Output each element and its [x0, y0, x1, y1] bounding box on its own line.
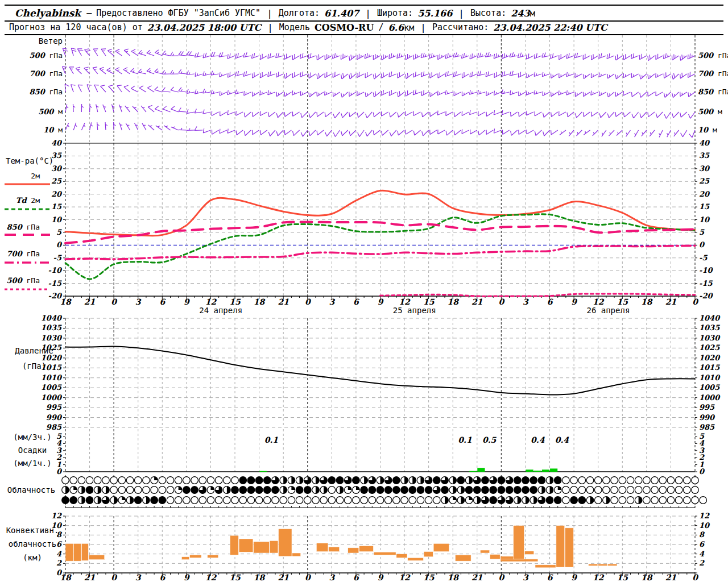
cloud-symbol-fill — [639, 497, 642, 504]
cloud-symbol — [70, 497, 77, 504]
ytick-label-left: 1030 — [41, 334, 63, 342]
cloud-symbol — [611, 497, 618, 504]
ytick-label-right: 35 — [699, 151, 710, 160]
cloud-symbol — [675, 477, 682, 484]
cloud-symbol-fill — [558, 487, 561, 490]
ytick-label-right: 1015 — [699, 363, 720, 372]
wind-level-label-right: 500 гПа — [698, 51, 728, 60]
date-label: 25 апреля — [393, 306, 436, 315]
cloud-symbol — [62, 477, 69, 484]
cloud-symbol-fill — [81, 487, 85, 494]
hour-label: 9 — [378, 573, 384, 582]
hour-label: 18 — [447, 573, 459, 582]
hour-label: 9 — [184, 297, 190, 306]
wind-level-label-left: 500 гПа — [30, 51, 63, 60]
cloud-symbol — [603, 477, 610, 484]
cloud-symbol — [562, 497, 570, 504]
convective-bar — [500, 559, 538, 562]
ytick-label-right: 5 — [699, 228, 705, 236]
ytick-label-right: 1030 — [699, 334, 721, 342]
cloud-symbol — [659, 497, 667, 504]
cloud-symbol-fill — [340, 487, 344, 494]
cloud-symbol-fill — [210, 487, 214, 490]
cloud-symbol-fill — [324, 487, 327, 494]
hour-label: 18 — [254, 573, 266, 582]
cloud-symbol — [393, 477, 400, 484]
precip-bar — [469, 471, 477, 472]
hour-label: 3 — [329, 573, 335, 582]
cloud-symbol — [102, 477, 110, 484]
convective-bar — [348, 548, 359, 553]
cloud-symbol — [651, 487, 659, 494]
convective-bar — [408, 558, 424, 560]
ytick-label-left: 995 — [46, 403, 62, 411]
cloud-symbol — [215, 477, 222, 484]
cloud-symbol — [264, 477, 271, 484]
cloud-symbol — [384, 497, 392, 504]
cloud-symbol — [377, 487, 384, 494]
cloud-symbol — [667, 487, 675, 494]
cloud-symbol — [328, 477, 336, 484]
hour-label: 9 — [184, 573, 190, 582]
ytick-label-left: 1000 — [41, 393, 63, 402]
cloud-symbol — [143, 477, 150, 484]
cloud-symbol-fill — [469, 497, 473, 500]
cloud-symbol-fill — [227, 487, 230, 494]
hour-label: 21 — [278, 573, 289, 582]
cloud-symbol — [409, 487, 416, 494]
cloud-symbol — [191, 497, 198, 504]
cloud-symbol — [586, 477, 594, 484]
cloud-symbol — [659, 477, 667, 484]
convective-bar — [292, 553, 301, 556]
cloud-symbol — [586, 487, 594, 494]
hour-label: 3 — [523, 573, 529, 582]
hour-label: 9 — [378, 297, 384, 306]
cloud-symbol — [215, 497, 222, 504]
precip-bar — [542, 469, 549, 472]
cloud-symbol — [594, 477, 602, 484]
ytick-label-left: 5 — [56, 228, 62, 236]
convective-bar — [181, 557, 189, 560]
cloud-symbol-fill — [364, 477, 367, 484]
ytick-label-left: 0 — [56, 467, 63, 476]
cloud-symbol — [490, 487, 497, 494]
cloud-symbol — [441, 487, 449, 494]
cloud-symbol — [78, 477, 85, 484]
cloud-symbol — [498, 477, 505, 484]
ytick-label-right: 6 — [699, 540, 705, 548]
cloud-symbol — [530, 487, 537, 494]
cloud-symbol-fill — [445, 497, 448, 504]
cloud-symbol-fill — [590, 497, 594, 504]
cloud-symbol-fill — [146, 497, 150, 504]
cloud-symbol — [554, 477, 561, 484]
date-label: 26 апреля — [586, 306, 630, 315]
cloud-symbol — [659, 487, 667, 494]
cloud-symbol — [224, 497, 231, 504]
ytick-label-right: 1025 — [699, 343, 720, 352]
cloud-symbol — [353, 477, 360, 484]
cloud-symbol — [425, 497, 432, 504]
cloud-symbol — [417, 487, 424, 494]
cloud-symbol — [86, 477, 93, 484]
cloud-symbol-fill — [356, 487, 359, 490]
convective-bars — [65, 526, 617, 568]
cloud-symbol — [231, 477, 239, 484]
cloud-symbol — [353, 497, 360, 504]
hour-label: 6 — [353, 573, 359, 582]
cloud-symbol — [336, 497, 344, 504]
precip-bar — [477, 468, 485, 472]
cloud-symbol-fill — [477, 497, 481, 504]
x-axis-labels: 1818212100336699121215151818212100336699… — [60, 297, 698, 582]
cloud-cover — [62, 477, 707, 504]
cloud-symbol-fill — [461, 487, 464, 494]
hour-label: 21 — [471, 573, 483, 582]
hour-label: 0 — [692, 573, 698, 582]
convective-panel-label: Конвективн. — [6, 526, 59, 535]
hour-label: 18 — [60, 297, 72, 306]
cloud-symbol — [651, 477, 659, 484]
wind-level-label-left: 850 гПа — [30, 88, 63, 96]
hour-label: 15 — [423, 573, 435, 582]
hour-label: 0 — [111, 297, 117, 306]
hour-label: 18 — [447, 297, 459, 306]
cloud-symbol — [627, 487, 634, 494]
